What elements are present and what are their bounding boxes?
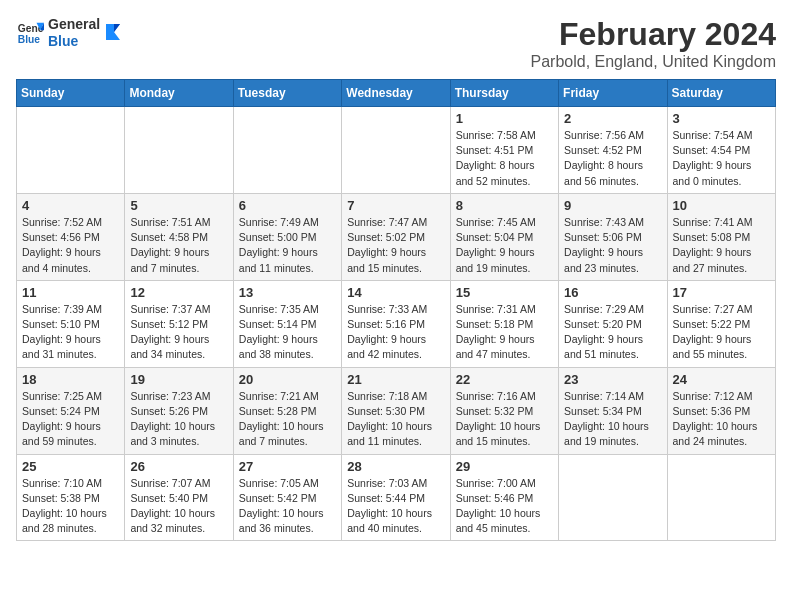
day-info: Sunrise: 7:37 AM Sunset: 5:12 PM Dayligh… bbox=[130, 302, 227, 363]
day-info: Sunrise: 7:03 AM Sunset: 5:44 PM Dayligh… bbox=[347, 476, 444, 537]
calendar-cell: 2Sunrise: 7:56 AM Sunset: 4:52 PM Daylig… bbox=[559, 107, 667, 194]
day-number: 13 bbox=[239, 285, 336, 300]
day-info: Sunrise: 7:29 AM Sunset: 5:20 PM Dayligh… bbox=[564, 302, 661, 363]
calendar-cell: 7Sunrise: 7:47 AM Sunset: 5:02 PM Daylig… bbox=[342, 193, 450, 280]
day-info: Sunrise: 7:45 AM Sunset: 5:04 PM Dayligh… bbox=[456, 215, 553, 276]
calendar-cell: 14Sunrise: 7:33 AM Sunset: 5:16 PM Dayli… bbox=[342, 280, 450, 367]
calendar-cell: 8Sunrise: 7:45 AM Sunset: 5:04 PM Daylig… bbox=[450, 193, 558, 280]
calendar-cell: 28Sunrise: 7:03 AM Sunset: 5:44 PM Dayli… bbox=[342, 454, 450, 541]
day-info: Sunrise: 7:21 AM Sunset: 5:28 PM Dayligh… bbox=[239, 389, 336, 450]
day-number: 17 bbox=[673, 285, 770, 300]
header-cell-thursday: Thursday bbox=[450, 80, 558, 107]
logo-text-blue: Blue bbox=[48, 33, 100, 50]
svg-marker-5 bbox=[114, 24, 120, 32]
calendar-cell: 9Sunrise: 7:43 AM Sunset: 5:06 PM Daylig… bbox=[559, 193, 667, 280]
calendar-cell: 29Sunrise: 7:00 AM Sunset: 5:46 PM Dayli… bbox=[450, 454, 558, 541]
day-info: Sunrise: 7:23 AM Sunset: 5:26 PM Dayligh… bbox=[130, 389, 227, 450]
day-info: Sunrise: 7:18 AM Sunset: 5:30 PM Dayligh… bbox=[347, 389, 444, 450]
header-cell-friday: Friday bbox=[559, 80, 667, 107]
day-info: Sunrise: 7:10 AM Sunset: 5:38 PM Dayligh… bbox=[22, 476, 119, 537]
day-info: Sunrise: 7:56 AM Sunset: 4:52 PM Dayligh… bbox=[564, 128, 661, 189]
calendar-week-row: 11Sunrise: 7:39 AM Sunset: 5:10 PM Dayli… bbox=[17, 280, 776, 367]
calendar-cell: 27Sunrise: 7:05 AM Sunset: 5:42 PM Dayli… bbox=[233, 454, 341, 541]
calendar-week-row: 25Sunrise: 7:10 AM Sunset: 5:38 PM Dayli… bbox=[17, 454, 776, 541]
calendar-cell: 16Sunrise: 7:29 AM Sunset: 5:20 PM Dayli… bbox=[559, 280, 667, 367]
header: General Blue General Blue February 2024 … bbox=[16, 16, 776, 71]
day-number: 1 bbox=[456, 111, 553, 126]
calendar-cell bbox=[125, 107, 233, 194]
calendar-cell bbox=[233, 107, 341, 194]
calendar-cell: 26Sunrise: 7:07 AM Sunset: 5:40 PM Dayli… bbox=[125, 454, 233, 541]
day-info: Sunrise: 7:58 AM Sunset: 4:51 PM Dayligh… bbox=[456, 128, 553, 189]
header-cell-monday: Monday bbox=[125, 80, 233, 107]
day-number: 7 bbox=[347, 198, 444, 213]
calendar-cell: 23Sunrise: 7:14 AM Sunset: 5:34 PM Dayli… bbox=[559, 367, 667, 454]
day-info: Sunrise: 7:41 AM Sunset: 5:08 PM Dayligh… bbox=[673, 215, 770, 276]
header-cell-tuesday: Tuesday bbox=[233, 80, 341, 107]
day-number: 21 bbox=[347, 372, 444, 387]
day-info: Sunrise: 7:07 AM Sunset: 5:40 PM Dayligh… bbox=[130, 476, 227, 537]
day-number: 8 bbox=[456, 198, 553, 213]
day-number: 16 bbox=[564, 285, 661, 300]
day-number: 12 bbox=[130, 285, 227, 300]
day-info: Sunrise: 7:47 AM Sunset: 5:02 PM Dayligh… bbox=[347, 215, 444, 276]
day-info: Sunrise: 7:31 AM Sunset: 5:18 PM Dayligh… bbox=[456, 302, 553, 363]
calendar-cell: 19Sunrise: 7:23 AM Sunset: 5:26 PM Dayli… bbox=[125, 367, 233, 454]
calendar-cell: 11Sunrise: 7:39 AM Sunset: 5:10 PM Dayli… bbox=[17, 280, 125, 367]
calendar-header: SundayMondayTuesdayWednesdayThursdayFrid… bbox=[17, 80, 776, 107]
calendar-cell bbox=[667, 454, 775, 541]
calendar-week-row: 1Sunrise: 7:58 AM Sunset: 4:51 PM Daylig… bbox=[17, 107, 776, 194]
header-cell-sunday: Sunday bbox=[17, 80, 125, 107]
day-number: 23 bbox=[564, 372, 661, 387]
logo-icon: General Blue bbox=[16, 19, 44, 47]
calendar-cell: 3Sunrise: 7:54 AM Sunset: 4:54 PM Daylig… bbox=[667, 107, 775, 194]
day-number: 10 bbox=[673, 198, 770, 213]
day-info: Sunrise: 7:51 AM Sunset: 4:58 PM Dayligh… bbox=[130, 215, 227, 276]
calendar-cell: 4Sunrise: 7:52 AM Sunset: 4:56 PM Daylig… bbox=[17, 193, 125, 280]
calendar-week-row: 18Sunrise: 7:25 AM Sunset: 5:24 PM Dayli… bbox=[17, 367, 776, 454]
calendar-cell: 21Sunrise: 7:18 AM Sunset: 5:30 PM Dayli… bbox=[342, 367, 450, 454]
day-info: Sunrise: 7:05 AM Sunset: 5:42 PM Dayligh… bbox=[239, 476, 336, 537]
day-info: Sunrise: 7:49 AM Sunset: 5:00 PM Dayligh… bbox=[239, 215, 336, 276]
day-number: 24 bbox=[673, 372, 770, 387]
calendar-cell: 12Sunrise: 7:37 AM Sunset: 5:12 PM Dayli… bbox=[125, 280, 233, 367]
day-number: 2 bbox=[564, 111, 661, 126]
header-cell-saturday: Saturday bbox=[667, 80, 775, 107]
day-info: Sunrise: 7:12 AM Sunset: 5:36 PM Dayligh… bbox=[673, 389, 770, 450]
calendar-table: SundayMondayTuesdayWednesdayThursdayFrid… bbox=[16, 79, 776, 541]
calendar-cell: 1Sunrise: 7:58 AM Sunset: 4:51 PM Daylig… bbox=[450, 107, 558, 194]
day-info: Sunrise: 7:39 AM Sunset: 5:10 PM Dayligh… bbox=[22, 302, 119, 363]
logo-text-general: General bbox=[48, 16, 100, 33]
day-number: 29 bbox=[456, 459, 553, 474]
day-number: 3 bbox=[673, 111, 770, 126]
day-number: 25 bbox=[22, 459, 119, 474]
day-info: Sunrise: 7:54 AM Sunset: 4:54 PM Dayligh… bbox=[673, 128, 770, 189]
calendar-cell: 10Sunrise: 7:41 AM Sunset: 5:08 PM Dayli… bbox=[667, 193, 775, 280]
calendar-cell: 17Sunrise: 7:27 AM Sunset: 5:22 PM Dayli… bbox=[667, 280, 775, 367]
day-info: Sunrise: 7:52 AM Sunset: 4:56 PM Dayligh… bbox=[22, 215, 119, 276]
day-info: Sunrise: 7:35 AM Sunset: 5:14 PM Dayligh… bbox=[239, 302, 336, 363]
day-number: 18 bbox=[22, 372, 119, 387]
header-cell-wednesday: Wednesday bbox=[342, 80, 450, 107]
day-info: Sunrise: 7:14 AM Sunset: 5:34 PM Dayligh… bbox=[564, 389, 661, 450]
calendar-cell: 15Sunrise: 7:31 AM Sunset: 5:18 PM Dayli… bbox=[450, 280, 558, 367]
day-number: 20 bbox=[239, 372, 336, 387]
calendar-cell bbox=[17, 107, 125, 194]
calendar-cell bbox=[342, 107, 450, 194]
main-title: February 2024 bbox=[531, 16, 777, 53]
calendar-cell: 24Sunrise: 7:12 AM Sunset: 5:36 PM Dayli… bbox=[667, 367, 775, 454]
day-number: 9 bbox=[564, 198, 661, 213]
day-info: Sunrise: 7:43 AM Sunset: 5:06 PM Dayligh… bbox=[564, 215, 661, 276]
calendar-body: 1Sunrise: 7:58 AM Sunset: 4:51 PM Daylig… bbox=[17, 107, 776, 541]
calendar-week-row: 4Sunrise: 7:52 AM Sunset: 4:56 PM Daylig… bbox=[17, 193, 776, 280]
header-row: SundayMondayTuesdayWednesdayThursdayFrid… bbox=[17, 80, 776, 107]
calendar-cell: 25Sunrise: 7:10 AM Sunset: 5:38 PM Dayli… bbox=[17, 454, 125, 541]
day-number: 26 bbox=[130, 459, 227, 474]
calendar-cell: 6Sunrise: 7:49 AM Sunset: 5:00 PM Daylig… bbox=[233, 193, 341, 280]
day-info: Sunrise: 7:16 AM Sunset: 5:32 PM Dayligh… bbox=[456, 389, 553, 450]
calendar-cell: 22Sunrise: 7:16 AM Sunset: 5:32 PM Dayli… bbox=[450, 367, 558, 454]
day-number: 14 bbox=[347, 285, 444, 300]
day-number: 28 bbox=[347, 459, 444, 474]
calendar-cell bbox=[559, 454, 667, 541]
day-info: Sunrise: 7:25 AM Sunset: 5:24 PM Dayligh… bbox=[22, 389, 119, 450]
